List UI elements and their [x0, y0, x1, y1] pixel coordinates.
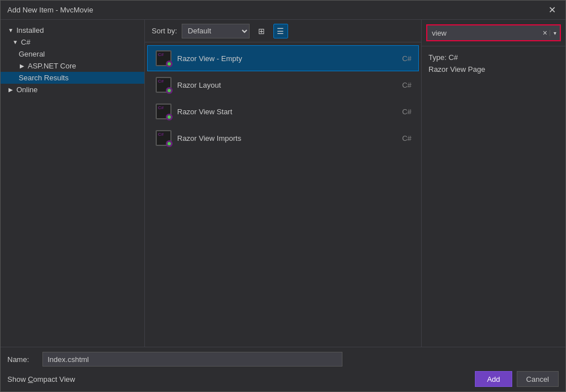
item-icon-badge — [166, 61, 173, 67]
sidebar-label-general: General — [19, 50, 45, 58]
dialog-body: ▼ Installed ▼ C# General ▶ ASP.NET Core … — [1, 20, 565, 347]
list-icon: ☰ — [277, 27, 284, 36]
item-name: Razor View Start — [177, 107, 389, 116]
add-button[interactable]: Add — [475, 371, 512, 387]
item-name: Razor View Imports — [177, 134, 389, 143]
search-input[interactable] — [427, 25, 541, 40]
compact-view-text: Show Compact View — [7, 375, 75, 384]
add-new-item-dialog: Add New Item - MvcMovie ✕ ▼ Installed ▼ … — [0, 0, 566, 392]
arrow-aspnet-icon: ▶ — [19, 63, 25, 70]
arrow-csharp-icon: ▼ — [12, 39, 19, 46]
item-name: Razor Layout — [177, 81, 389, 89]
item-icon-badge — [166, 140, 173, 147]
sidebar-label-installed: Installed — [16, 26, 44, 35]
compact-view-label[interactable]: Show Compact View — [7, 375, 75, 384]
name-input[interactable] — [42, 352, 342, 367]
item-icon-badge — [166, 114, 173, 120]
item-icon — [155, 102, 173, 120]
sidebar-item-search-results[interactable]: Search Results — [1, 72, 144, 84]
grid-icon: ⊞ — [258, 27, 265, 36]
info-type: Type: C# — [428, 53, 559, 62]
info-panel: Type: C# Razor View Page — [422, 46, 565, 347]
item-lang: C# — [389, 81, 411, 89]
action-buttons: Add Cancel — [475, 371, 559, 387]
grid-view-button[interactable]: ⊞ — [254, 24, 269, 38]
sidebar-item-general[interactable]: General — [1, 48, 144, 60]
bottom-bar: Name: Show Compact View Add Cancel — [1, 347, 565, 391]
arrow-online-icon: ▶ — [7, 87, 14, 93]
list-item[interactable]: Razor Layout C# — [147, 72, 419, 98]
items-list: Razor View - Empty C# Razor Layout C# — [145, 42, 421, 347]
main-content: Sort by: Default Name Type ⊞ ☰ — [145, 20, 421, 347]
sort-select[interactable]: Default Name Type — [182, 24, 250, 38]
list-item[interactable]: Razor View - Empty C# — [147, 45, 419, 71]
name-label: Name: — [7, 355, 36, 364]
search-box: × ▾ — [426, 24, 561, 41]
search-dropdown-button[interactable]: ▾ — [550, 30, 560, 36]
sidebar-item-online[interactable]: ▶ Online — [1, 84, 144, 96]
item-icon — [155, 49, 173, 67]
item-icon-badge — [166, 87, 173, 94]
item-lang: C# — [389, 134, 411, 143]
sidebar-item-aspnet[interactable]: ▶ ASP.NET Core — [1, 60, 144, 72]
cancel-button[interactable]: Cancel — [517, 371, 559, 387]
sidebar: ▼ Installed ▼ C# General ▶ ASP.NET Core … — [1, 20, 145, 347]
sidebar-label-online: Online — [16, 85, 38, 94]
right-panel: × ▾ Type: C# Razor View Page — [421, 20, 565, 347]
search-box-area: × ▾ — [422, 20, 565, 46]
item-lang: C# — [389, 107, 411, 116]
toolbar: Sort by: Default Name Type ⊞ ☰ — [145, 20, 421, 42]
sidebar-label-csharp: C# — [21, 38, 31, 46]
sidebar-label-search-results: Search Results — [19, 74, 68, 82]
item-icon — [155, 129, 173, 147]
search-clear-button[interactable]: × — [541, 28, 550, 37]
title-bar: Add New Item - MvcMovie ✕ — [1, 1, 565, 20]
list-item[interactable]: Razor View Imports C# — [147, 125, 419, 151]
name-row: Name: — [7, 352, 559, 367]
sidebar-item-csharp[interactable]: ▼ C# — [1, 36, 144, 48]
sort-label: Sort by: — [152, 27, 177, 35]
sidebar-label-aspnet: ASP.NET Core — [28, 62, 76, 70]
item-icon — [155, 76, 173, 94]
item-lang: C# — [389, 54, 411, 63]
type-label: Type: — [428, 53, 447, 62]
arrow-installed-icon: ▼ — [7, 27, 14, 34]
list-item[interactable]: Razor View Start C# — [147, 98, 419, 124]
list-view-button[interactable]: ☰ — [273, 24, 288, 38]
type-value: C# — [448, 53, 458, 62]
item-name: Razor View - Empty — [177, 54, 389, 63]
dialog-title: Add New Item - MvcMovie — [7, 6, 93, 14]
info-description: Razor View Page — [428, 65, 559, 74]
sidebar-item-installed[interactable]: ▼ Installed — [1, 24, 144, 36]
close-button[interactable]: ✕ — [545, 3, 559, 17]
action-row: Show Compact View Add Cancel — [7, 371, 559, 387]
